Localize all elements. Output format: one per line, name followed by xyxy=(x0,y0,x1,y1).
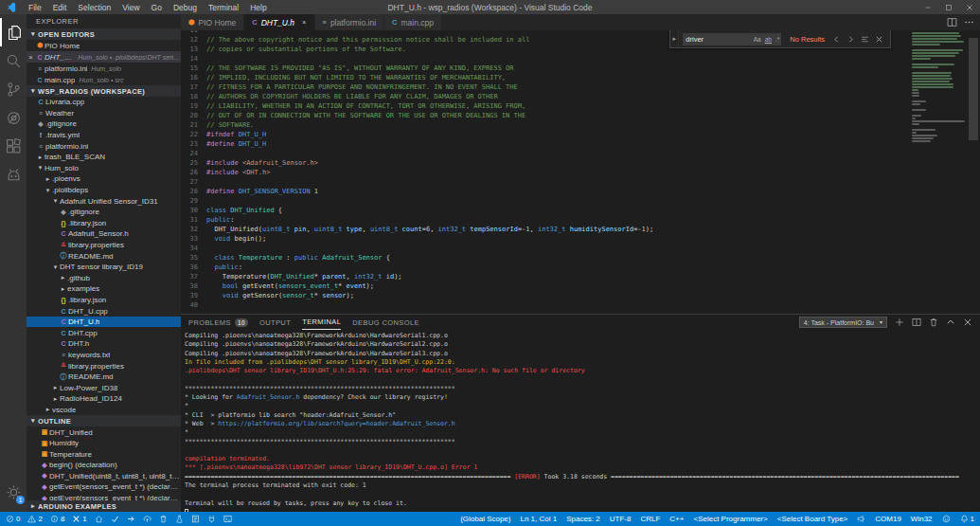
regex-button[interactable]: .* xyxy=(774,36,781,43)
activitybar-source-control[interactable] xyxy=(0,75,27,103)
tab-main-cpp[interactable]: Cmain.cpp xyxy=(384,14,441,30)
menu-debug[interactable]: Debug xyxy=(168,3,203,12)
status-info-item[interactable]: 8 xyxy=(50,515,64,523)
tree-item-library-properties[interactable]: ≛library.properties xyxy=(27,240,181,251)
tab-pio-home[interactable]: ⬢PIO Home xyxy=(181,14,243,30)
activitybar-settings[interactable]: 1 xyxy=(0,478,27,506)
status-megaphone-item[interactable] xyxy=(857,515,865,523)
tree-item-library-json[interactable]: {}.library.json xyxy=(27,218,181,229)
status-c[interactable]: C++ xyxy=(669,515,684,523)
activitybar-search[interactable] xyxy=(0,46,27,75)
code-line[interactable]: 29 xyxy=(181,196,910,206)
code-line[interactable]: 23#define DHT_U_H xyxy=(181,139,910,149)
status-select-board-type[interactable]: <Select Board Type> xyxy=(777,515,848,523)
status-plug-item[interactable] xyxy=(207,515,216,523)
menu-terminal[interactable]: Terminal xyxy=(203,3,244,12)
tree-item-readme-md[interactable]: ⓘREADME.md xyxy=(27,250,181,262)
panel-tab-terminal[interactable]: TERMINAL xyxy=(302,315,341,330)
activitybar-debug[interactable] xyxy=(0,103,27,132)
tree-item-readme-md[interactable]: ⓘREADME.md xyxy=(27,372,181,383)
status-cloud-upload-item[interactable] xyxy=(143,515,151,523)
next-match-icon[interactable] xyxy=(846,35,855,44)
tree-item-dht-u-cpp[interactable]: CDHT_U.cpp xyxy=(27,305,181,317)
tree-item-gitignore[interactable]: ◈.gitignore xyxy=(27,118,181,130)
status-trash-item[interactable] xyxy=(159,515,168,523)
code-line[interactable]: 24 xyxy=(181,149,910,158)
status-check-item[interactable] xyxy=(111,515,119,523)
code-line[interactable]: 19// LIABILITY, WHETHER IN AN ACTION OF … xyxy=(181,101,910,111)
menu-selection[interactable]: Selection xyxy=(72,3,116,12)
code-line[interactable]: 39 void getSensor(sensor_t* sensor); xyxy=(181,291,910,300)
code-line[interactable]: 20// OUT OF OR IN CONNECTION WITH THE SO… xyxy=(181,111,910,120)
code-line[interactable]: 34 xyxy=(181,244,910,253)
code-line[interactable]: 31public: xyxy=(181,215,910,225)
status-spaces-2[interactable]: Spaces: 2 xyxy=(566,515,600,523)
tree-item-keywords-txt[interactable]: ≡keywords.txt xyxy=(27,350,181,361)
code-editor[interactable]: 1112// The above copyright notice and th… xyxy=(181,30,980,314)
more-actions-icon[interactable] xyxy=(964,17,974,27)
menu-help[interactable]: Help xyxy=(244,3,272,12)
tree-item-library-json[interactable]: {}.library.json xyxy=(27,295,181,306)
tree-item-livraria-cpp[interactable]: CLivraria.cpp xyxy=(27,97,181,108)
outline-item-getevent-sensors-event-t-declaration[interactable]: ◆getEvent(sensors_event_t *) (declaratio… xyxy=(27,481,181,493)
status-arrow-right-item[interactable] xyxy=(127,515,135,523)
panel-tab-output[interactable]: OUTPUT xyxy=(259,315,291,330)
status-ln-1-col-1[interactable]: Ln 1, Col 1 xyxy=(520,515,557,523)
status-win32[interactable]: Win32 xyxy=(911,515,933,523)
status-warning-item[interactable]: 2 xyxy=(27,515,42,523)
maximize-panel-icon[interactable] xyxy=(946,317,955,327)
code-line[interactable]: 18// AUTHORS OR COPYRIGHT HOLDERS BE LIA… xyxy=(181,92,910,101)
outline-item-dht-unified-uint8-t-uint8-t-uint8-t-int3[interactable]: ◆DHT_Unified(uint8_t, uint8_t, uint8_t, … xyxy=(27,471,181,482)
minimap[interactable] xyxy=(910,30,967,314)
tree-item-examples[interactable]: ▸examples xyxy=(27,283,181,295)
workspace-header[interactable]: ▾ WSP_RADIOS (WORKSPACE) xyxy=(27,85,181,97)
outline-item-temperature[interactable]: ▣Temperature xyxy=(27,448,181,460)
code-line[interactable]: 22#ifndef DHT_U_H xyxy=(181,130,910,139)
status-com19[interactable]: COM19 xyxy=(875,515,901,523)
tree-item-gitignore[interactable]: ◈.gitignore xyxy=(27,207,181,218)
outline-header[interactable]: ▾ OUTLINE xyxy=(27,415,181,426)
tree-item-travis-yml[interactable]: !.travis.yml xyxy=(27,130,181,141)
menu-view[interactable]: View xyxy=(116,3,145,12)
panel-tab-debug-console[interactable]: DEBUG CONSOLE xyxy=(352,315,419,330)
code-line[interactable]: 33 void begin(); xyxy=(181,234,910,244)
toggle-replace-icon[interactable]: ▸ xyxy=(670,30,679,47)
terminal-link[interactable]: https://platformio.org/lib/search?query=… xyxy=(218,420,454,427)
tab-platformio-ini[interactable]: ≡platformio.ini xyxy=(315,14,384,30)
match-case-button[interactable]: Aa xyxy=(752,36,763,43)
code-line[interactable]: 35 class Temperature : public Adafruit_S… xyxy=(181,253,910,263)
tree-item-pioenvs[interactable]: ▸.pioenvs xyxy=(27,173,181,185)
outline-item-begin-declaration[interactable]: ◆begin() (declaration) xyxy=(27,460,181,471)
tree-item-weather[interactable]: ≡Weather xyxy=(27,108,181,119)
code-line[interactable]: 32 DHT_Unified(uint8_t pin, uint8_t type… xyxy=(181,225,910,234)
status-terminal-item[interactable] xyxy=(223,515,232,523)
status-tools-item[interactable]: 1 xyxy=(72,515,86,523)
code-line[interactable]: 26#include <DHT.h> xyxy=(181,168,910,177)
tree-item-dht-u-h[interactable]: CDHT_U.h xyxy=(27,317,181,328)
code-line[interactable]: 36 public: xyxy=(181,263,910,272)
code-line[interactable]: 30class DHT_Unified { xyxy=(181,206,910,215)
menu-go[interactable]: Go xyxy=(146,3,168,12)
tree-item-vscode[interactable]: ▸vscode xyxy=(27,405,181,416)
tree-item-adafruit-unified-sensor-id31[interactable]: ▾Adafruit Unified Sensor_ID31 xyxy=(27,195,181,207)
status-flask-item[interactable] xyxy=(175,515,184,523)
close-panel-icon[interactable] xyxy=(963,317,972,327)
menu-file[interactable]: File xyxy=(23,3,47,12)
menu-edit[interactable]: Edit xyxy=(47,3,73,12)
tree-item-radiohead-id124[interactable]: ▸RadioHead_ID124 xyxy=(27,393,181,405)
status-tasks-item[interactable] xyxy=(191,515,200,523)
activitybar-explorer[interactable] xyxy=(0,18,27,46)
open-editor-main-cpp[interactable]: Cmain.cppHum_solo • src xyxy=(27,74,181,85)
split-editor-icon[interactable] xyxy=(947,17,957,27)
code-line[interactable]: 40 xyxy=(181,300,910,310)
maximize-button[interactable] xyxy=(938,0,959,14)
terminal-link[interactable]: Adafruit_Sensor.h xyxy=(237,393,300,401)
status-home-item[interactable] xyxy=(95,515,103,523)
scrollbar-thumb[interactable] xyxy=(969,38,978,140)
outline-item-dht-unified[interactable]: ▣DHT_Unified xyxy=(27,426,181,438)
status-crlf[interactable]: CRLF xyxy=(640,515,660,523)
code-line[interactable]: 21// SOFTWARE. xyxy=(181,120,910,130)
terminal-selector[interactable]: 4: Task - PlatformIO: Bu▾ xyxy=(799,317,887,328)
tree-item-dht-h[interactable]: CDHT.h xyxy=(27,338,181,350)
tree-item-github[interactable]: ▸.github xyxy=(27,273,181,284)
